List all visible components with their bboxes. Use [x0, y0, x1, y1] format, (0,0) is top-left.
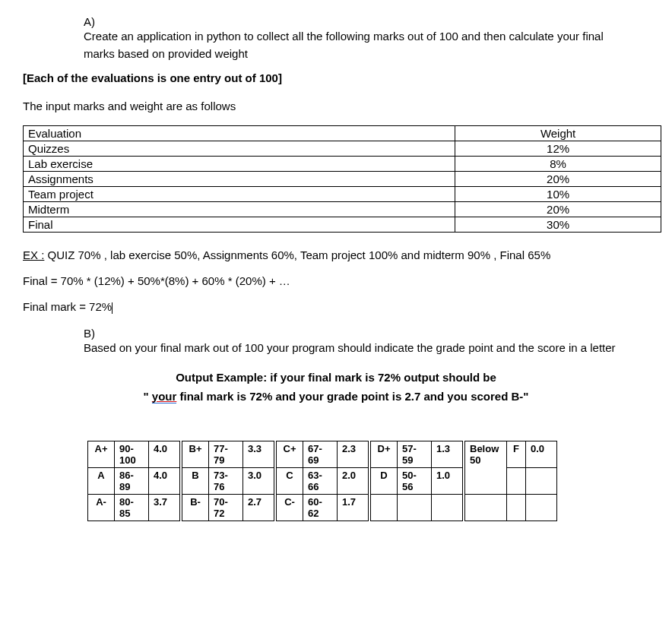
ex-text: QUIZ 70% , lab exercise 50%, Assignments… — [44, 248, 550, 261]
grade-range: 77-79 — [209, 441, 243, 467]
grade-range: 90-100 — [115, 441, 149, 467]
table-row: Quizzes 12% — [24, 141, 661, 157]
example-line: EX : QUIZ 70% , lab exercise 50%, Assign… — [23, 246, 649, 264]
table-row: Final 30% — [24, 217, 661, 233]
eval-weight: 20% — [455, 172, 661, 187]
grade-point: 2.7 — [243, 494, 274, 521]
grade-point: 3.3 — [243, 441, 274, 467]
grade-point: 2.0 — [338, 467, 369, 494]
grade-point: 4.0 — [149, 467, 180, 494]
quote-rest: final mark is 72% and your grade point i… — [176, 390, 528, 403]
eval-weight: 12% — [455, 141, 661, 157]
eval-name: Quizzes — [24, 141, 455, 157]
grade-letter: C — [277, 467, 303, 494]
eval-header: Evaluation — [24, 126, 455, 141]
table-row: Lab exercise 8% — [24, 157, 661, 172]
grade-range: 50-56 — [398, 467, 432, 494]
grade-range: 67-69 — [303, 441, 338, 467]
evaluation-table: Evaluation Weight Quizzes 12% Lab exerci… — [23, 125, 661, 233]
grades-table: A+ 90-100 4.0 B+ 77-79 3.3 C+ 67-69 2.3 … — [87, 441, 557, 521]
grade-range: 86-89 — [115, 467, 149, 494]
example-formula: Final = 70% * (12%) + 50%*(8%) + 60% * (… — [23, 272, 649, 290]
table-row: A+ 90-100 4.0 B+ 77-79 3.3 C+ 67-69 2.3 … — [88, 441, 557, 467]
intro-line: The input marks and weight are as follow… — [23, 98, 649, 115]
grade-letter: F — [507, 441, 526, 467]
open-quote: " — [144, 390, 152, 403]
grade-letter — [371, 494, 398, 521]
eval-name: Final — [24, 217, 455, 233]
grade-point: 3.7 — [149, 494, 180, 521]
part-a-label: A) — [84, 15, 105, 28]
grade-range: 60-62 — [303, 494, 338, 521]
part-a-text: Create an application in python to colle… — [84, 28, 631, 62]
grade-range: 80-85 — [115, 494, 149, 521]
your-underlined: your — [152, 390, 177, 403]
table-row: Assignments 20% — [24, 172, 661, 187]
weight-header: Weight — [455, 126, 661, 141]
eval-weight: 20% — [455, 202, 661, 217]
example-result: Final mark = 72% — [23, 298, 649, 316]
grade-range: 70-72 — [209, 494, 243, 521]
table-row: A- 80-85 3.7 B- 70-72 2.7 C- 60-62 1.7 — [88, 494, 557, 521]
grade-point: 1.7 — [338, 494, 369, 521]
grade-letter: A+ — [88, 441, 115, 467]
eval-name: Lab exercise — [24, 157, 455, 172]
grade-letter: C- — [277, 494, 303, 521]
grade-letter: A- — [88, 494, 115, 521]
part-b: B) Based on your final mark out of 100 y… — [23, 327, 649, 357]
grade-letter: A — [88, 467, 115, 494]
eval-name: Assignments — [24, 172, 455, 187]
grade-point: 4.0 — [149, 441, 180, 467]
grade-letter — [507, 494, 526, 521]
grade-point: 2.3 — [338, 441, 369, 467]
eval-weight: 8% — [455, 157, 661, 172]
eval-weight: 30% — [455, 217, 661, 233]
note-line: [Each of the evaluations is one entry ou… — [23, 70, 649, 87]
part-b-text: Based on your final mark out of 100 your… — [84, 340, 631, 357]
output-example-heading: Output Example: if your final mark is 72… — [23, 371, 649, 384]
grade-point — [432, 494, 463, 521]
grade-point: 1.3 — [432, 441, 463, 467]
grade-letter: B+ — [182, 441, 209, 467]
grade-below: Below 50 — [465, 441, 507, 494]
eval-name: Team project — [24, 187, 455, 202]
ex-label: EX : — [23, 248, 44, 261]
output-example-quote: " your final mark is 72% and your grade … — [23, 390, 649, 403]
grade-range: 73-76 — [209, 467, 243, 494]
grade-letter: D — [371, 467, 398, 494]
table-row: Team project 10% — [24, 187, 661, 202]
grade-letter: D+ — [371, 441, 398, 467]
eval-weight: 10% — [455, 187, 661, 202]
grade-point: 3.0 — [243, 467, 274, 494]
grade-point: 0.0 — [526, 441, 557, 467]
table-row: Evaluation Weight — [24, 126, 661, 141]
grade-letter: B- — [182, 494, 209, 521]
grade-letter: C+ — [277, 441, 303, 467]
part-b-label: B) — [84, 327, 105, 340]
grade-below — [465, 494, 507, 521]
grade-letter: B — [182, 467, 209, 494]
table-row: Midterm 20% — [24, 202, 661, 217]
grade-letter — [507, 467, 526, 494]
grade-point: 1.0 — [432, 467, 463, 494]
grade-point — [526, 467, 557, 494]
grade-range: 63-66 — [303, 467, 338, 494]
grade-point — [526, 494, 557, 521]
grade-range: 57-59 — [398, 441, 432, 467]
part-a: A) Create an application in python to co… — [23, 15, 649, 62]
eval-name: Midterm — [24, 202, 455, 217]
grade-range — [398, 494, 432, 521]
